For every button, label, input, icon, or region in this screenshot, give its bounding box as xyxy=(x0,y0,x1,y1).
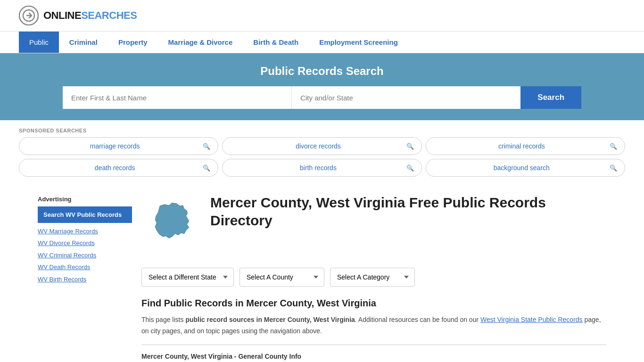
logo-icon xyxy=(19,6,39,25)
search-icon-1: 🔍 xyxy=(203,143,210,150)
sponsored-item-divorce[interactable]: divorce records 🔍 xyxy=(222,137,421,155)
find-text-2: . Additional resources can be found on o… xyxy=(355,316,480,323)
main-nav: Public Criminal Property Marriage & Divo… xyxy=(0,32,644,53)
search-button[interactable]: Search xyxy=(520,86,581,109)
nav-item-public[interactable]: Public xyxy=(19,32,59,53)
search-icon-4: 🔍 xyxy=(203,165,210,172)
site-header: ONLINESEARCHES xyxy=(0,0,644,32)
sidebar-featured-button[interactable]: Search WV Public Records xyxy=(38,206,132,223)
logo[interactable]: ONLINESEARCHES xyxy=(19,6,137,25)
sponsored-link-divorce[interactable]: divorce records xyxy=(230,142,406,150)
find-title: Find Public Records in Mercer County, We… xyxy=(141,298,606,309)
sponsored-grid: marriage records 🔍 divorce records 🔍 cri… xyxy=(19,137,625,177)
search-icon-2: 🔍 xyxy=(406,143,414,150)
nav-item-employment[interactable]: Employment Screening xyxy=(309,32,408,53)
nav-item-property[interactable]: Property xyxy=(108,32,158,53)
search-icon-3: 🔍 xyxy=(610,143,617,150)
section-divider xyxy=(141,345,606,345)
sponsored-item-birth[interactable]: birth records 🔍 xyxy=(222,159,421,177)
sponsored-link-background[interactable]: background search xyxy=(434,164,610,172)
sponsored-item-background[interactable]: background search 🔍 xyxy=(426,159,625,177)
sponsored-link-birth[interactable]: birth records xyxy=(230,164,406,172)
state-map xyxy=(141,194,203,256)
find-description: This page lists public record sources in… xyxy=(141,314,606,337)
sidebar-link-divorce[interactable]: WV Divorce Records xyxy=(38,238,132,248)
sponsored-item-criminal[interactable]: criminal records 🔍 xyxy=(426,137,625,155)
find-state-link[interactable]: West Virginia State Public Records xyxy=(480,316,583,323)
sponsored-item-marriage[interactable]: marriage records 🔍 xyxy=(19,137,218,155)
content-wrapper: Advertising Search WV Public Records WV … xyxy=(19,186,625,362)
search-icon-5: 🔍 xyxy=(406,165,414,172)
logo-searches: SEARCHES xyxy=(81,9,137,21)
nav-item-marriage[interactable]: Marriage & Divorce xyxy=(158,32,243,53)
sidebar: Advertising Search WV Public Records WV … xyxy=(38,186,141,360)
sidebar-link-death[interactable]: WV Death Records xyxy=(38,262,132,272)
main-area: Mercer County, West Virginia Free Public… xyxy=(141,186,606,360)
state-dropdown[interactable]: Select a Different State xyxy=(141,268,234,287)
dropdown-row: Select a Different State Select A County… xyxy=(141,268,606,287)
title-area: Mercer County, West Virginia Free Public… xyxy=(210,194,606,229)
state-map-svg xyxy=(141,194,203,255)
search-banner: Public Records Search Search xyxy=(0,53,644,120)
logo-text: ONLINESEARCHES xyxy=(43,9,137,22)
general-info-title: Mercer County, West Virginia - General C… xyxy=(141,353,606,360)
find-text-bold: public record sources in Mercer County, … xyxy=(185,316,355,323)
category-dropdown[interactable]: Select A Category xyxy=(330,268,415,287)
sidebar-link-marriage[interactable]: WV Marriage Records xyxy=(38,226,132,237)
sidebar-link-criminal[interactable]: WV Criminal Records xyxy=(38,250,132,261)
search-icon-6: 🔍 xyxy=(610,165,617,172)
sponsored-label: SPONSORED SEARCHES xyxy=(19,128,625,133)
nav-item-birth[interactable]: Birth & Death xyxy=(243,32,309,53)
sponsored-link-death[interactable]: death records xyxy=(27,164,203,172)
logo-online: ONLINE xyxy=(43,9,81,21)
name-input[interactable] xyxy=(63,86,292,109)
banner-title: Public Records Search xyxy=(19,65,625,78)
sidebar-ad-label: Advertising xyxy=(38,196,132,203)
main-content: SPONSORED SEARCHES marriage records 🔍 di… xyxy=(0,120,644,362)
sidebar-link-birth[interactable]: WV Birth Records xyxy=(38,274,132,285)
sidebar-links: WV Marriage Records WV Divorce Records W… xyxy=(38,226,132,285)
state-visual: Mercer County, West Virginia Free Public… xyxy=(141,194,606,256)
sponsored-link-marriage[interactable]: marriage records xyxy=(27,142,203,150)
location-input[interactable] xyxy=(292,86,520,109)
county-dropdown[interactable]: Select A County xyxy=(239,268,324,287)
sponsored-item-death[interactable]: death records 🔍 xyxy=(19,159,218,177)
nav-item-criminal[interactable]: Criminal xyxy=(59,32,108,53)
find-text-1: This page lists xyxy=(141,316,185,323)
sponsored-link-criminal[interactable]: criminal records xyxy=(434,142,610,150)
search-form: Search xyxy=(63,86,581,109)
page-title: Mercer County, West Virginia Free Public… xyxy=(210,194,606,229)
